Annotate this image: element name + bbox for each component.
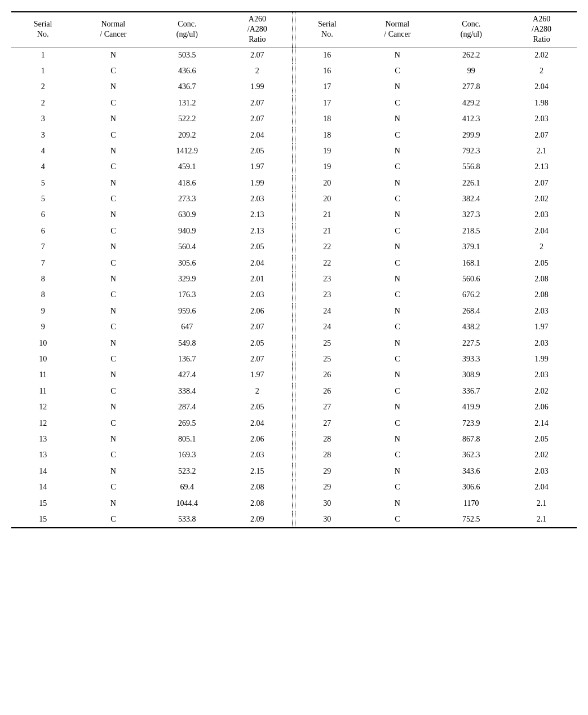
cell-a260-left: 1.97 <box>222 159 293 175</box>
cell-nc-left: N <box>74 207 152 223</box>
table-row: 7 N 560.4 2.05 22 N 379.1 2 <box>11 239 577 255</box>
cell-conc-left: 136.7 <box>152 351 222 367</box>
cell-serial-left: 2 <box>11 95 74 111</box>
cell-nc-right: C <box>359 319 436 335</box>
cell-a260-left: 2.15 <box>222 464 293 479</box>
cell-a260-left: 1.97 <box>222 367 293 383</box>
table-row: 3 N 522.2 2.07 18 N 412.3 2.03 <box>11 111 577 127</box>
cell-a260-left: 2.05 <box>222 143 293 159</box>
cell-a260-right: 1.97 <box>506 319 577 335</box>
cell-conc-left: 959.6 <box>152 303 222 319</box>
cell-nc-right: N <box>359 367 436 383</box>
cell-nc-left: N <box>74 175 152 191</box>
cell-conc-right: 306.6 <box>436 479 506 495</box>
cell-a260-right: 2.03 <box>506 111 577 127</box>
table-row: 5 N 418.6 1.99 20 N 226.1 2.07 <box>11 175 577 191</box>
table-row: 2 N 436.7 1.99 17 N 277.8 2.04 <box>11 79 577 95</box>
cell-serial-left: 3 <box>11 111 74 127</box>
cell-a260-right: 2.06 <box>506 399 577 415</box>
cell-nc-right: N <box>359 143 436 159</box>
cell-serial-left: 12 <box>11 416 74 431</box>
cell-serial-left: 11 <box>11 367 74 383</box>
cell-a260-right: 2.07 <box>506 175 577 191</box>
header-normal-left: Normal/ Cancer <box>74 12 152 47</box>
table-row: 7 C 305.6 2.04 22 C 168.1 2.05 <box>11 255 577 271</box>
cell-conc-right: 168.1 <box>436 255 506 271</box>
cell-conc-right: 393.3 <box>436 351 506 367</box>
cell-serial-left: 13 <box>11 447 74 463</box>
cell-serial-right: 22 <box>295 239 359 255</box>
cell-a260-left: 2.06 <box>222 431 293 447</box>
cell-serial-left: 9 <box>11 303 74 319</box>
cell-a260-left: 2 <box>222 383 293 399</box>
cell-conc-right: 218.5 <box>436 223 506 239</box>
cell-nc-right: N <box>359 303 436 319</box>
table-row: 14 N 523.2 2.15 29 N 343.6 2.03 <box>11 464 577 479</box>
cell-conc-right: 560.6 <box>436 271 506 287</box>
cell-conc-left: 522.2 <box>152 111 222 127</box>
cell-serial-left: 7 <box>11 255 74 271</box>
cell-serial-left: 1 <box>11 47 74 63</box>
cell-serial-right: 17 <box>295 79 359 95</box>
cell-conc-left: 287.4 <box>152 399 222 415</box>
cell-conc-left: 176.3 <box>152 287 222 303</box>
cell-serial-left: 9 <box>11 319 74 335</box>
cell-conc-right: 262.2 <box>436 47 506 63</box>
cell-nc-left: N <box>74 496 152 511</box>
table-row: 6 N 630.9 2.13 21 N 327.3 2.03 <box>11 207 577 223</box>
cell-conc-right: 438.2 <box>436 319 506 335</box>
cell-nc-left: N <box>74 431 152 447</box>
cell-serial-right: 24 <box>295 319 359 335</box>
table-row: 10 N 549.8 2.05 25 N 227.5 2.03 <box>11 336 577 351</box>
cell-nc-left: N <box>74 399 152 415</box>
cell-a260-right: 2.14 <box>506 416 577 431</box>
cell-serial-right: 29 <box>295 479 359 495</box>
main-table-container: SerialNo. Normal/ Cancer Conc.(ng/ul) A2… <box>11 11 577 528</box>
cell-nc-left: C <box>74 159 152 175</box>
cell-serial-right: 28 <box>295 447 359 463</box>
cell-conc-right: 226.1 <box>436 175 506 191</box>
cell-nc-right: N <box>359 399 436 415</box>
cell-conc-right: 379.1 <box>436 239 506 255</box>
table-row: 12 N 287.4 2.05 27 N 419.9 2.06 <box>11 399 577 415</box>
cell-a260-left: 2.03 <box>222 287 293 303</box>
table-row: 9 C 647 2.07 24 C 438.2 1.97 <box>11 319 577 335</box>
cell-conc-right: 723.9 <box>436 416 506 431</box>
cell-a260-right: 2 <box>506 63 577 79</box>
cell-conc-right: 556.8 <box>436 159 506 175</box>
cell-conc-right: 268.4 <box>436 303 506 319</box>
cell-a260-left: 2.05 <box>222 336 293 351</box>
cell-serial-right: 29 <box>295 464 359 479</box>
cell-a260-left: 2.09 <box>222 511 293 527</box>
table-row: 6 C 940.9 2.13 21 C 218.5 2.04 <box>11 223 577 239</box>
cell-a260-left: 2.07 <box>222 47 293 63</box>
cell-nc-left: N <box>74 271 152 287</box>
header-normal-right: Normal/ Cancer <box>359 12 436 47</box>
cell-nc-right: C <box>359 63 436 79</box>
cell-conc-right: 867.8 <box>436 431 506 447</box>
cell-nc-right: C <box>359 191 436 207</box>
cell-conc-left: 805.1 <box>152 431 222 447</box>
cell-conc-right: 429.2 <box>436 95 506 111</box>
cell-conc-right: 792.3 <box>436 143 506 159</box>
cell-conc-left: 630.9 <box>152 207 222 223</box>
cell-a260-left: 2.03 <box>222 447 293 463</box>
table-row: 4 N 1412.9 2.05 19 N 792.3 2.1 <box>11 143 577 159</box>
cell-conc-left: 418.6 <box>152 175 222 191</box>
cell-a260-left: 2.03 <box>222 191 293 207</box>
cell-nc-left: C <box>74 447 152 463</box>
table-row: 10 C 136.7 2.07 25 C 393.3 1.99 <box>11 351 577 367</box>
cell-serial-right: 19 <box>295 143 359 159</box>
cell-nc-right: C <box>359 383 436 399</box>
cell-serial-right: 16 <box>295 63 359 79</box>
table-row: 13 C 169.3 2.03 28 C 362.3 2.02 <box>11 447 577 463</box>
cell-serial-left: 15 <box>11 511 74 527</box>
cell-nc-left: C <box>74 351 152 367</box>
cell-conc-left: 549.8 <box>152 336 222 351</box>
cell-conc-left: 209.2 <box>152 127 222 143</box>
cell-serial-left: 8 <box>11 287 74 303</box>
cell-nc-right: C <box>359 287 436 303</box>
cell-serial-right: 30 <box>295 496 359 511</box>
cell-conc-left: 560.4 <box>152 239 222 255</box>
cell-a260-left: 2.13 <box>222 223 293 239</box>
